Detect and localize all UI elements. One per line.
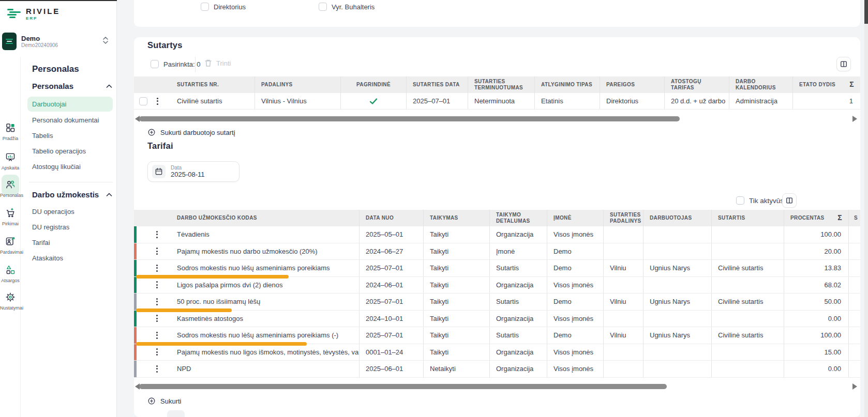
menu-section-personalas[interactable]: Personalas: [32, 82, 112, 90]
only-active-label: Tik aktyvūs: [749, 197, 784, 205]
cell-imone: Visos įmonės: [547, 361, 603, 377]
rail-label: Pradžia: [0, 136, 21, 141]
scroll-thumb[interactable]: [139, 116, 680, 121]
menu-section-label: Personalas: [32, 82, 73, 90]
sutartys-table-header: Sutarties nr. Padalinys Pagrindinė Sutar…: [134, 76, 860, 93]
row-menu-button[interactable]: [155, 364, 159, 374]
delete-button[interactable]: Trinti: [204, 59, 231, 67]
sidebar-item-tabelis[interactable]: Tabelis: [32, 132, 53, 140]
cell-du-kodas: Kasmetinės atostogos: [171, 311, 359, 327]
window-top-edge: [0, 0, 117, 1]
sidebar-item-ataskaitos[interactable]: Ataskaitos: [32, 254, 63, 262]
row-menu-button[interactable]: [155, 297, 159, 307]
sutartys-title: Sutartys: [147, 40, 183, 50]
cell-atlyginimo-tipas: Etatinis: [534, 93, 600, 109]
cell-atostogu-tarifas: 20 d.d. + už darbo: [664, 93, 729, 109]
col-next-clipped: S: [848, 210, 860, 226]
sidebar-item-personalo-dokumentai[interactable]: Personalo dokumentai: [32, 116, 99, 124]
sidebar-item-tabelio-operacijos[interactable]: Tabelio operacijos: [32, 147, 86, 155]
highlight-underline: [136, 342, 307, 346]
rail-item-apskaita[interactable]: Apskaita: [0, 152, 21, 171]
row-checkbox[interactable]: [139, 97, 147, 105]
sidebar-item-du-operacijos[interactable]: DU operacijos: [32, 208, 74, 215]
col-atlyginimo-tipas: Atlyginimo tipas: [534, 76, 600, 93]
rail-label: Pardavimai: [0, 250, 21, 255]
rail-item-atsargos[interactable]: Atsargos: [0, 265, 21, 283]
workspace-code: Demo20240906: [21, 42, 58, 48]
row-menu-button[interactable]: [155, 263, 159, 273]
sutartys-toolbar: Pasirinkta: 0 Trinti: [134, 58, 860, 72]
cell-sutarties-padalinys: [603, 226, 643, 243]
row-menu-button[interactable]: [155, 347, 159, 357]
row-menu-button[interactable]: [155, 246, 159, 256]
cell-sutarties-padalinys: Vilniu: [603, 294, 643, 310]
scroll-right-arrow[interactable]: [852, 116, 857, 122]
cell-sutartis: Civilinė sutartis: [711, 260, 784, 276]
cell-procentas: 20.00: [784, 243, 848, 260]
scroll-thumb[interactable]: [139, 384, 667, 389]
cell-taikymas: Taikyti: [423, 277, 489, 294]
sales-person-icon: [5, 236, 16, 249]
cell-taikymo-detalumas: Sutartis: [489, 294, 547, 310]
col-pagrindine: Pagrindinė: [340, 76, 406, 93]
scroll-right-arrow[interactable]: [852, 383, 857, 390]
sidebar-item-tarifai[interactable]: Tarifai: [32, 239, 50, 246]
cell-taikymo-detalumas: Organizacija: [489, 344, 547, 361]
sidebar-item-atostogu-likuciai[interactable]: Atostogų likučiai: [32, 163, 81, 171]
vyr-buhalteris-checkbox[interactable]: [319, 3, 327, 11]
cell-darbuotojas: [643, 311, 711, 327]
cell-taikymas: Taikyti: [423, 344, 489, 361]
row-menu-button[interactable]: [155, 330, 159, 341]
workspace-selector[interactable]: Demo Demo20240906: [2, 31, 114, 52]
table-row: Ligos pašalpa pirmos dvi (2) dienos 2024…: [134, 277, 860, 294]
cell-darbuotojas: [643, 361, 711, 377]
date-picker[interactable]: Data 2025-08-11: [147, 161, 240, 182]
cell-darbuotojas: [643, 277, 711, 294]
sidebar-item-du-registras[interactable]: DU registras: [32, 223, 69, 231]
workspace-name: Demo: [21, 35, 58, 43]
workspace-logo: [2, 33, 17, 50]
rail-item-pardavimai[interactable]: Pardavimai: [0, 236, 21, 255]
rail-label: Nustatymai: [0, 305, 21, 311]
col-imone: Įmonė: [547, 210, 603, 226]
rail-item-nustatymai[interactable]: Nustatymai: [0, 292, 21, 311]
cell-taikymo-detalumas: Įmonė: [489, 243, 547, 260]
window-vscroll-thumb[interactable]: [864, 0, 868, 24]
cell-pagrindine: [340, 93, 406, 109]
cell-next-clipped: [848, 277, 860, 294]
pagination-stub[interactable]: [167, 410, 185, 417]
row-status-bar: [134, 294, 137, 310]
cell-procentas: 0.00: [784, 311, 848, 327]
cell-darbuotojas: Ugnius Narys: [643, 294, 711, 310]
only-active-checkbox[interactable]: [736, 196, 744, 205]
tarifai-rows: Tėvadienis 2025–05–01 Taikyti Organizaci…: [134, 226, 860, 378]
cell-taikymas: Taikyti: [423, 311, 489, 327]
cell-procentas: 50.00: [784, 294, 848, 310]
select-all-checkbox[interactable]: [151, 60, 159, 68]
sidebar-item-darbuotojai[interactable]: Darbuotojai: [27, 97, 113, 112]
row-menu-button[interactable]: [155, 313, 159, 323]
create-contract-link[interactable]: Sukurti darbuotojo sutartį: [147, 128, 235, 136]
row-status-bar: [134, 311, 137, 327]
row-menu-button[interactable]: [155, 280, 159, 290]
rail-item-personalas[interactable]: Personalas: [0, 179, 21, 198]
menu-section-darbo-uzmokestis[interactable]: Darbo užmokestis: [32, 190, 112, 199]
create-tariff-link[interactable]: Sukurti: [147, 397, 181, 405]
delete-label: Trinti: [216, 59, 231, 67]
rail-item-pirkimai[interactable]: Pirkimai: [0, 208, 21, 226]
cell-imone: Demo: [547, 327, 603, 344]
row-menu-button[interactable]: [155, 96, 160, 106]
col-atostogu-tarifas: Atostogų tarifas: [664, 76, 729, 93]
row-status-bar: [134, 243, 137, 260]
nav-rail: Pradžia Apskaita: [0, 57, 21, 417]
row-menu-button[interactable]: [155, 229, 159, 240]
cell-sutartis: [711, 361, 784, 377]
check-icon: [369, 98, 378, 105]
cell-du-kodas: Sodros mokestis nuo lėšų asmeniniams por…: [171, 327, 359, 344]
tarifai-columns-button[interactable]: [782, 193, 797, 208]
cell-imone: Demo: [547, 294, 603, 310]
sutartys-columns-button[interactable]: [836, 57, 851, 71]
rail-item-pradzia[interactable]: Pradžia: [0, 122, 21, 141]
direktorius-checkbox[interactable]: [201, 3, 209, 11]
cell-du-kodas: Ligos pašalpa pirmos dvi (2) dienos: [171, 277, 359, 294]
